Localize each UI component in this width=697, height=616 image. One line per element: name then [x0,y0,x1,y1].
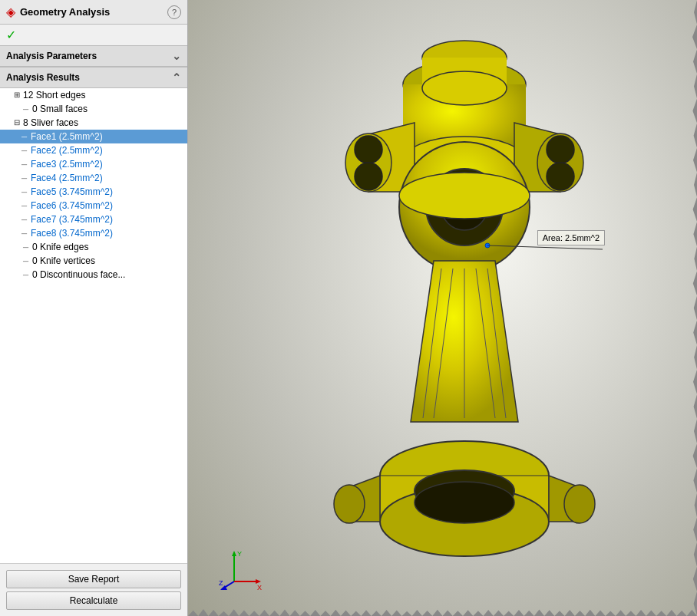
tree-item-face8[interactable]: ─ Face8 (3.745mm^2) [0,226,187,240]
face7-label: Face7 (3.745mm^2) [31,214,113,225]
annotation-label: Area: 2.5mm^2 [537,230,605,245]
sliver-faces-label: 8 Sliver faces [23,117,78,128]
knife-vertices-label: 0 Knife vertices [32,255,95,266]
tree-item-face6[interactable]: ─ Face6 (3.745mm^2) [0,199,187,212]
small-faces-label: 0 Small faces [32,104,88,114]
knife-edges-dash: ─ [23,243,29,252]
tree-item-face5[interactable]: ─ Face5 (3.745mm^2) [0,185,187,199]
face2-dash: ─ [21,147,28,155]
svg-point-9 [547,163,574,190]
face6-dash: ─ [21,202,28,210]
svg-point-8 [547,136,574,163]
face3-label: Face3 (2.5mm^2) [31,159,103,170]
tree-item-face7[interactable]: ─ Face7 (3.745mm^2) [0,212,187,226]
face5-label: Face5 (3.745mm^2) [31,186,113,197]
tree-item-knife-edges[interactable]: ⊞ ─ 0 Knife edges [0,240,187,254]
tree-item-small-faces[interactable]: ⊞ ─ 0 Small faces [0,102,187,116]
analysis-parameters-header[interactable]: Analysis Parameters ⌄ [0,45,187,67]
svg-point-10 [355,136,382,163]
tree-item-face2[interactable]: ─ Face2 (2.5mm^2) [0,143,187,157]
svg-point-15 [399,173,530,219]
analysis-parameters-label: Analysis Parameters [6,51,97,61]
tree-item-face1[interactable]: ─ Face1 (2.5mm^2) [0,130,187,143]
face1-dash: ─ [21,133,28,141]
left-panel: ◈ Geometry Analysis ? ✓ Analysis Paramet… [0,0,188,616]
discontinuous-label: 0 Discontinuous face... [32,269,125,280]
face5-dash: ─ [21,188,28,196]
face4-label: Face4 (2.5mm^2) [31,173,103,183]
face6-label: Face6 (3.745mm^2) [31,200,113,211]
analysis-results-label: Analysis Results [6,72,80,83]
expand-short-edges-icon: ⊞ [12,91,21,100]
tree-item-short-edges[interactable]: ⊞ 12 Short edges [0,88,187,102]
bottom-jagged-edge [188,602,697,616]
analysis-results-header[interactable]: Analysis Results ⌃ [0,67,187,88]
buttons-area: Save Report Recalculate [0,564,187,616]
knife-vertices-dash: ─ [23,257,29,265]
collapse-results-icon: ⌃ [172,71,181,84]
tree-item-discontinuous[interactable]: ⊞ ─ 0 Discontinuous face... [0,268,187,282]
face8-label: Face8 (3.745mm^2) [31,228,113,239]
face3-dash: ─ [21,160,28,169]
tree-item-sliver-faces[interactable]: ⊟ 8 Sliver faces [0,116,187,130]
panel-title: Geometry Analysis [20,6,110,18]
recalculate-button[interactable]: Recalculate [6,591,181,610]
face2-label: Face2 (2.5mm^2) [31,145,103,156]
save-report-button[interactable]: Save Report [6,570,181,588]
svg-text:X: X [257,584,262,591]
face8-dash: ─ [21,229,28,238]
viewport: Area: 2.5mm^2 Y X Z [188,0,697,616]
annotation-text: Area: 2.5mm^2 [543,233,600,242]
svg-point-27 [564,485,595,523]
tree-item-knife-vertices[interactable]: ⊞ ─ 0 Knife vertices [0,254,187,268]
small-faces-dash: ─ [23,105,29,114]
knife-edges-label: 0 Knife edges [32,242,88,252]
face7-dash: ─ [21,216,28,224]
short-edges-label: 12 Short edges [23,90,85,100]
svg-marker-31 [232,551,236,556]
svg-text:Y: Y [237,550,242,558]
svg-text:Z: Z [219,579,223,587]
discontinuous-dash: ─ [23,271,29,279]
analysis-results-tree: ⊞ 12 Short edges ⊞ ─ 0 Small faces ⊟ 8 S… [0,88,187,564]
svg-point-11 [355,163,382,190]
svg-point-25 [415,482,514,523]
coordinate-axes: Y X Z [219,547,265,593]
3d-model-svg [226,15,672,575]
help-icon[interactable]: ? [167,5,181,19]
collapse-parameters-icon: ⌄ [172,50,181,62]
svg-point-5 [422,71,507,105]
geometry-icon: ◈ [6,5,15,19]
svg-point-26 [334,485,365,523]
expand-sliver-faces-icon: ⊟ [12,118,21,127]
panel-header: ◈ Geometry Analysis ? [0,0,187,25]
check-mark: ✓ [0,25,187,45]
tree-item-face3[interactable]: ─ Face3 (2.5mm^2) [0,157,187,171]
tree-item-face4[interactable]: ─ Face4 (2.5mm^2) [0,171,187,185]
model-area: Area: 2.5mm^2 Y X Z [188,0,697,616]
face1-label: Face1 (2.5mm^2) [31,131,103,142]
face4-dash: ─ [21,174,28,183]
